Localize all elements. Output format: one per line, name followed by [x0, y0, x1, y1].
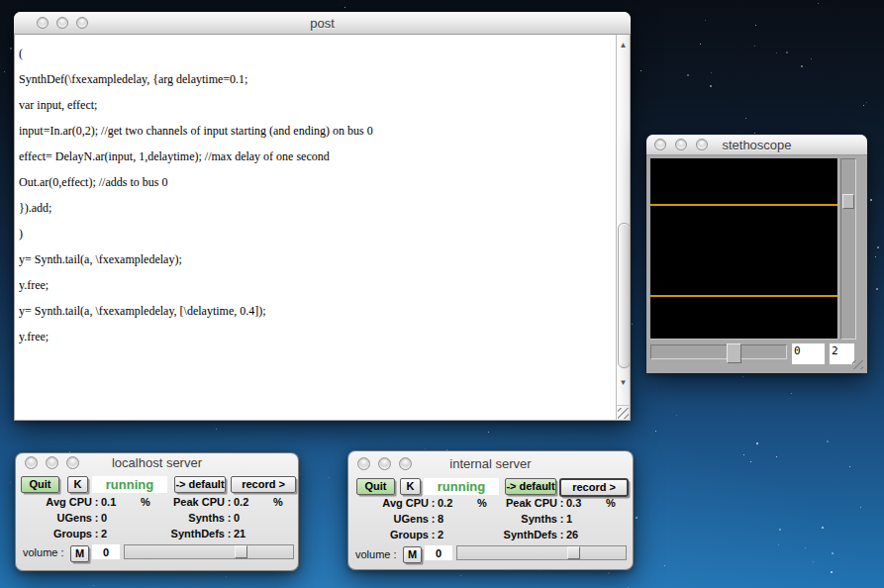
resize-grip-icon [852, 360, 863, 369]
volume-slider[interactable] [456, 545, 627, 560]
code-line: y.free; [19, 272, 616, 298]
percent-sign: % [606, 497, 626, 509]
peak-cpu-stat: Peak CPU:0.3 % [481, 497, 633, 510]
resize-grip-icon [618, 408, 629, 419]
volume-numbox[interactable]: 0 [425, 545, 452, 560]
code-line: }).add; [19, 195, 616, 221]
channel-2-trace [650, 295, 837, 297]
kill-button[interactable]: K [67, 476, 88, 493]
resize-grip[interactable] [850, 358, 865, 371]
channel-1-trace [650, 204, 837, 206]
post-text-area[interactable]: ( SynthDef(\fxexampledelay, {arg delayti… [14, 35, 616, 421]
scope-bus-numbox[interactable]: 0 [792, 343, 825, 364]
vertical-scrollbar[interactable]: ▲ ▼ [616, 35, 631, 421]
scope-horizontal-thumb[interactable] [727, 343, 741, 363]
scope-horizontal-slider[interactable] [650, 344, 787, 359]
code-line: ) [19, 221, 616, 246]
stethoscope-window-title: stethoscope [646, 138, 867, 152]
stethoscope-window: stethoscope 0 2 [646, 135, 867, 373]
quit-button[interactable]: Quit [356, 478, 395, 495]
stethoscope-titlebar[interactable]: stethoscope [646, 135, 867, 155]
post-titlebar[interactable]: post [14, 12, 631, 35]
code-line: SynthDef(\fxexampledelay, {arg delaytime… [19, 66, 616, 92]
quit-button[interactable]: Quit [21, 476, 59, 493]
volume-slider-thumb[interactable] [567, 546, 580, 559]
avg-cpu-stat: Avg CPU:0.2 % [352, 497, 491, 510]
code-line: var input, effect; [19, 92, 616, 118]
kill-button[interactable]: K [400, 478, 421, 495]
record-button[interactable]: record > [231, 476, 296, 493]
resize-grip[interactable] [616, 405, 631, 421]
synths-stat: Synths:1 [481, 513, 633, 526]
mute-button[interactable]: M [403, 546, 422, 563]
code-line: y= Synth.tail(a, \fxexampledelay); [19, 246, 616, 272]
post-window: post ( SynthDef(\fxexampledelay, {arg de… [14, 12, 631, 421]
groups-stat: Groups:2 [16, 528, 154, 540]
code-line: input=In.ar(0,2); //get two channels of … [19, 118, 616, 144]
internal-window-title: internal server [348, 456, 633, 471]
volume-label: volume : [23, 546, 64, 558]
code-line: y= Synth.tail(a, \fxexampledelay, [\dela… [19, 298, 616, 324]
volume-slider[interactable] [124, 544, 294, 559]
volume-slider-thumb[interactable] [235, 545, 247, 558]
internal-server-window: internal server Quit K running -> defaul… [347, 450, 634, 570]
ugens-stat: UGens:8 [352, 513, 491, 526]
avg-cpu-stat: Avg CPU:0.1 % [16, 496, 154, 509]
synthdefs-stat: SynthDefs:26 [481, 529, 633, 541]
scope-vertical-thumb[interactable] [842, 194, 854, 209]
localhost-window-title: localhost server [16, 455, 298, 470]
record-button[interactable]: record > [559, 478, 629, 497]
volume-numbox[interactable]: 0 [92, 544, 120, 559]
oscilloscope-display[interactable] [650, 158, 838, 340]
post-window-title: post [14, 16, 631, 31]
scope-vertical-scrollbar[interactable] [840, 158, 856, 340]
scroll-down-arrow-icon[interactable]: ▼ [617, 379, 630, 387]
mute-button[interactable]: M [70, 545, 89, 562]
server-status: running [424, 478, 499, 495]
volume-label: volume : [355, 548, 397, 560]
make-default-button[interactable]: -> default [174, 476, 226, 493]
localhost-server-window: localhost server Quit K running -> defau… [15, 452, 299, 571]
scrollbar-thumb[interactable] [618, 223, 631, 368]
make-default-button[interactable]: -> default [505, 478, 556, 495]
synths-stat: Synths:0 [148, 512, 300, 525]
ugens-stat: UGens:0 [16, 512, 154, 525]
desktop[interactable]: { "desktop": { "bg_top_color": "#0a0f17"… [0, 0, 884, 588]
code-line: effect= DelayN.ar(input, 1,delaytime); /… [19, 144, 616, 169]
peak-cpu-stat: Peak CPU:0.2 % [148, 496, 300, 509]
scroll-up-arrow-icon[interactable]: ▲ [617, 42, 630, 49]
code-line: ( [19, 41, 616, 66]
percent-sign: % [273, 496, 293, 508]
groups-stat: Groups:2 [352, 529, 491, 541]
server-status: running [92, 476, 167, 493]
code-line: Out.ar(0,effect); //adds to bus 0 [19, 169, 616, 195]
code-line: y.free; [19, 324, 616, 349]
synthdefs-stat: SynthDefs:21 [148, 528, 300, 540]
